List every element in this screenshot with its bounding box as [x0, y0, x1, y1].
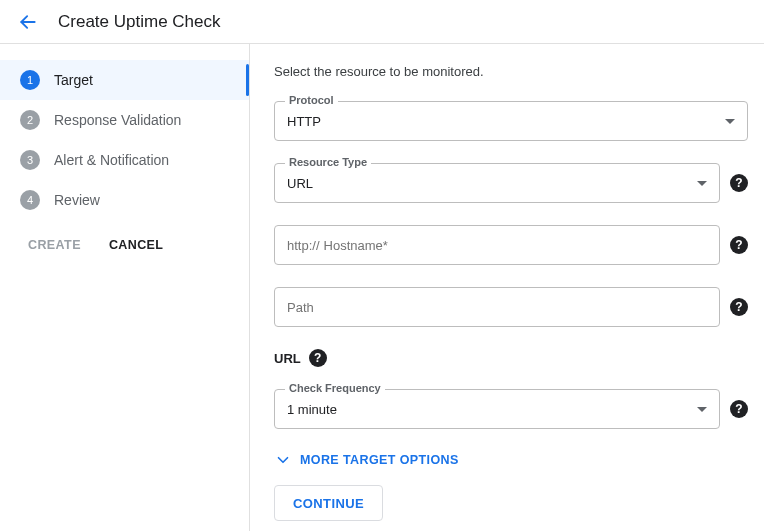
continue-button[interactable]: CONTINUE: [274, 485, 383, 521]
check-frequency-value: 1 minute: [287, 402, 689, 417]
create-button[interactable]: CREATE: [28, 238, 81, 252]
protocol-select[interactable]: Protocol HTTP: [274, 101, 748, 141]
chevron-down-icon: [697, 181, 707, 186]
arrow-left-icon: [18, 12, 38, 32]
check-frequency-label: Check Frequency: [285, 382, 385, 394]
back-button[interactable]: [16, 10, 40, 34]
help-icon[interactable]: ?: [730, 400, 748, 418]
step-number: 3: [20, 150, 40, 170]
chevron-down-icon: [274, 451, 292, 469]
page-header: Create Uptime Check: [0, 0, 764, 44]
step-label: Target: [54, 72, 93, 88]
url-row: URL ?: [274, 349, 748, 367]
hostname-field[interactable]: http://: [274, 225, 720, 265]
resource-type-value: URL: [287, 176, 689, 191]
more-target-options-toggle[interactable]: MORE TARGET OPTIONS: [274, 451, 748, 469]
help-icon[interactable]: ?: [730, 236, 748, 254]
intro-text: Select the resource to be monitored.: [274, 64, 748, 79]
help-icon[interactable]: ?: [730, 174, 748, 192]
hostname-input[interactable]: [324, 238, 707, 253]
step-response-validation[interactable]: 2 Response Validation: [0, 100, 249, 140]
resource-type-select[interactable]: Resource Type URL: [274, 163, 720, 203]
step-label: Response Validation: [54, 112, 181, 128]
step-alert-notification[interactable]: 3 Alert & Notification: [0, 140, 249, 180]
form-main: Select the resource to be monitored. Pro…: [250, 44, 764, 531]
step-number: 4: [20, 190, 40, 210]
help-icon[interactable]: ?: [309, 349, 327, 367]
path-input[interactable]: [274, 287, 720, 327]
more-target-options-label: MORE TARGET OPTIONS: [300, 453, 459, 467]
protocol-value: HTTP: [287, 114, 717, 129]
hostname-prefix: http://: [287, 238, 320, 253]
help-icon[interactable]: ?: [730, 298, 748, 316]
page-title: Create Uptime Check: [58, 12, 221, 32]
cancel-button[interactable]: CANCEL: [109, 238, 163, 252]
chevron-down-icon: [697, 407, 707, 412]
step-label: Alert & Notification: [54, 152, 169, 168]
stepper-sidebar: 1 Target 2 Response Validation 3 Alert &…: [0, 44, 250, 531]
check-frequency-select[interactable]: Check Frequency 1 minute: [274, 389, 720, 429]
step-number: 1: [20, 70, 40, 90]
step-target[interactable]: 1 Target: [0, 60, 249, 100]
url-label: URL: [274, 351, 301, 366]
protocol-label: Protocol: [285, 94, 338, 106]
step-label: Review: [54, 192, 100, 208]
step-review[interactable]: 4 Review: [0, 180, 249, 220]
step-number: 2: [20, 110, 40, 130]
resource-type-label: Resource Type: [285, 156, 371, 168]
chevron-down-icon: [725, 119, 735, 124]
